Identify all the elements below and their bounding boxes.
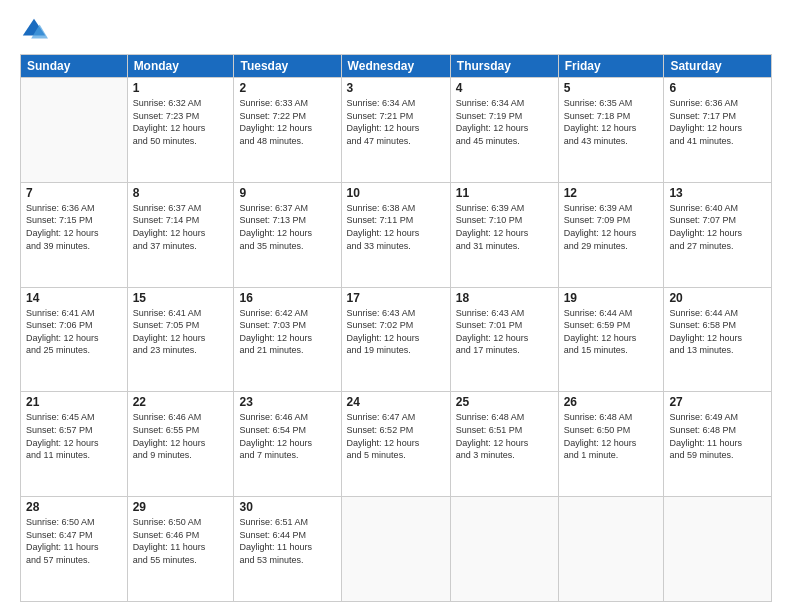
day-number: 17 xyxy=(347,291,445,305)
day-info: Sunrise: 6:49 AM Sunset: 6:48 PM Dayligh… xyxy=(669,411,766,461)
day-cell xyxy=(664,497,772,602)
day-info: Sunrise: 6:34 AM Sunset: 7:19 PM Dayligh… xyxy=(456,97,553,147)
day-info: Sunrise: 6:48 AM Sunset: 6:50 PM Dayligh… xyxy=(564,411,659,461)
day-number: 2 xyxy=(239,81,335,95)
day-cell: 20Sunrise: 6:44 AM Sunset: 6:58 PM Dayli… xyxy=(664,287,772,392)
day-info: Sunrise: 6:41 AM Sunset: 7:05 PM Dayligh… xyxy=(133,307,229,357)
weekday-header-friday: Friday xyxy=(558,55,664,78)
day-number: 26 xyxy=(564,395,659,409)
logo-icon xyxy=(20,16,48,44)
day-info: Sunrise: 6:46 AM Sunset: 6:55 PM Dayligh… xyxy=(133,411,229,461)
day-cell xyxy=(21,78,128,183)
day-info: Sunrise: 6:36 AM Sunset: 7:15 PM Dayligh… xyxy=(26,202,122,252)
day-number: 20 xyxy=(669,291,766,305)
day-number: 18 xyxy=(456,291,553,305)
day-number: 10 xyxy=(347,186,445,200)
day-number: 14 xyxy=(26,291,122,305)
day-cell: 13Sunrise: 6:40 AM Sunset: 7:07 PM Dayli… xyxy=(664,182,772,287)
day-cell: 24Sunrise: 6:47 AM Sunset: 6:52 PM Dayli… xyxy=(341,392,450,497)
day-info: Sunrise: 6:36 AM Sunset: 7:17 PM Dayligh… xyxy=(669,97,766,147)
weekday-header-sunday: Sunday xyxy=(21,55,128,78)
day-cell: 21Sunrise: 6:45 AM Sunset: 6:57 PM Dayli… xyxy=(21,392,128,497)
day-cell xyxy=(341,497,450,602)
day-number: 9 xyxy=(239,186,335,200)
day-number: 13 xyxy=(669,186,766,200)
weekday-header-saturday: Saturday xyxy=(664,55,772,78)
day-number: 1 xyxy=(133,81,229,95)
day-cell: 10Sunrise: 6:38 AM Sunset: 7:11 PM Dayli… xyxy=(341,182,450,287)
weekday-header-row: SundayMondayTuesdayWednesdayThursdayFrid… xyxy=(21,55,772,78)
day-number: 29 xyxy=(133,500,229,514)
day-cell: 28Sunrise: 6:50 AM Sunset: 6:47 PM Dayli… xyxy=(21,497,128,602)
day-info: Sunrise: 6:37 AM Sunset: 7:13 PM Dayligh… xyxy=(239,202,335,252)
day-number: 15 xyxy=(133,291,229,305)
day-info: Sunrise: 6:44 AM Sunset: 6:58 PM Dayligh… xyxy=(669,307,766,357)
day-cell: 6Sunrise: 6:36 AM Sunset: 7:17 PM Daylig… xyxy=(664,78,772,183)
calendar-table: SundayMondayTuesdayWednesdayThursdayFrid… xyxy=(20,54,772,602)
day-cell: 5Sunrise: 6:35 AM Sunset: 7:18 PM Daylig… xyxy=(558,78,664,183)
week-row-3: 14Sunrise: 6:41 AM Sunset: 7:06 PM Dayli… xyxy=(21,287,772,392)
day-cell: 19Sunrise: 6:44 AM Sunset: 6:59 PM Dayli… xyxy=(558,287,664,392)
day-number: 19 xyxy=(564,291,659,305)
day-number: 16 xyxy=(239,291,335,305)
day-info: Sunrise: 6:32 AM Sunset: 7:23 PM Dayligh… xyxy=(133,97,229,147)
day-cell: 8Sunrise: 6:37 AM Sunset: 7:14 PM Daylig… xyxy=(127,182,234,287)
day-cell: 3Sunrise: 6:34 AM Sunset: 7:21 PM Daylig… xyxy=(341,78,450,183)
day-cell: 9Sunrise: 6:37 AM Sunset: 7:13 PM Daylig… xyxy=(234,182,341,287)
day-info: Sunrise: 6:37 AM Sunset: 7:14 PM Dayligh… xyxy=(133,202,229,252)
day-info: Sunrise: 6:47 AM Sunset: 6:52 PM Dayligh… xyxy=(347,411,445,461)
day-info: Sunrise: 6:43 AM Sunset: 7:02 PM Dayligh… xyxy=(347,307,445,357)
week-row-5: 28Sunrise: 6:50 AM Sunset: 6:47 PM Dayli… xyxy=(21,497,772,602)
day-info: Sunrise: 6:38 AM Sunset: 7:11 PM Dayligh… xyxy=(347,202,445,252)
day-info: Sunrise: 6:43 AM Sunset: 7:01 PM Dayligh… xyxy=(456,307,553,357)
day-info: Sunrise: 6:50 AM Sunset: 6:46 PM Dayligh… xyxy=(133,516,229,566)
day-cell: 15Sunrise: 6:41 AM Sunset: 7:05 PM Dayli… xyxy=(127,287,234,392)
day-info: Sunrise: 6:40 AM Sunset: 7:07 PM Dayligh… xyxy=(669,202,766,252)
day-number: 24 xyxy=(347,395,445,409)
day-number: 23 xyxy=(239,395,335,409)
day-cell: 17Sunrise: 6:43 AM Sunset: 7:02 PM Dayli… xyxy=(341,287,450,392)
day-number: 8 xyxy=(133,186,229,200)
day-cell: 14Sunrise: 6:41 AM Sunset: 7:06 PM Dayli… xyxy=(21,287,128,392)
day-cell: 16Sunrise: 6:42 AM Sunset: 7:03 PM Dayli… xyxy=(234,287,341,392)
weekday-header-wednesday: Wednesday xyxy=(341,55,450,78)
weekday-header-monday: Monday xyxy=(127,55,234,78)
day-info: Sunrise: 6:33 AM Sunset: 7:22 PM Dayligh… xyxy=(239,97,335,147)
day-number: 7 xyxy=(26,186,122,200)
day-cell: 30Sunrise: 6:51 AM Sunset: 6:44 PM Dayli… xyxy=(234,497,341,602)
day-number: 6 xyxy=(669,81,766,95)
day-number: 11 xyxy=(456,186,553,200)
header xyxy=(20,16,772,44)
day-cell: 18Sunrise: 6:43 AM Sunset: 7:01 PM Dayli… xyxy=(450,287,558,392)
day-info: Sunrise: 6:48 AM Sunset: 6:51 PM Dayligh… xyxy=(456,411,553,461)
day-number: 21 xyxy=(26,395,122,409)
day-cell xyxy=(558,497,664,602)
day-info: Sunrise: 6:46 AM Sunset: 6:54 PM Dayligh… xyxy=(239,411,335,461)
logo xyxy=(20,16,52,44)
day-number: 3 xyxy=(347,81,445,95)
weekday-header-tuesday: Tuesday xyxy=(234,55,341,78)
week-row-4: 21Sunrise: 6:45 AM Sunset: 6:57 PM Dayli… xyxy=(21,392,772,497)
weekday-header-thursday: Thursday xyxy=(450,55,558,78)
day-number: 28 xyxy=(26,500,122,514)
day-info: Sunrise: 6:39 AM Sunset: 7:10 PM Dayligh… xyxy=(456,202,553,252)
day-info: Sunrise: 6:41 AM Sunset: 7:06 PM Dayligh… xyxy=(26,307,122,357)
day-number: 22 xyxy=(133,395,229,409)
day-info: Sunrise: 6:45 AM Sunset: 6:57 PM Dayligh… xyxy=(26,411,122,461)
day-info: Sunrise: 6:39 AM Sunset: 7:09 PM Dayligh… xyxy=(564,202,659,252)
day-cell: 1Sunrise: 6:32 AM Sunset: 7:23 PM Daylig… xyxy=(127,78,234,183)
day-number: 4 xyxy=(456,81,553,95)
day-number: 27 xyxy=(669,395,766,409)
day-cell: 22Sunrise: 6:46 AM Sunset: 6:55 PM Dayli… xyxy=(127,392,234,497)
day-cell: 11Sunrise: 6:39 AM Sunset: 7:10 PM Dayli… xyxy=(450,182,558,287)
week-row-1: 1Sunrise: 6:32 AM Sunset: 7:23 PM Daylig… xyxy=(21,78,772,183)
day-cell: 29Sunrise: 6:50 AM Sunset: 6:46 PM Dayli… xyxy=(127,497,234,602)
day-cell: 12Sunrise: 6:39 AM Sunset: 7:09 PM Dayli… xyxy=(558,182,664,287)
page: SundayMondayTuesdayWednesdayThursdayFrid… xyxy=(0,0,792,612)
day-cell: 2Sunrise: 6:33 AM Sunset: 7:22 PM Daylig… xyxy=(234,78,341,183)
day-cell: 7Sunrise: 6:36 AM Sunset: 7:15 PM Daylig… xyxy=(21,182,128,287)
day-info: Sunrise: 6:35 AM Sunset: 7:18 PM Dayligh… xyxy=(564,97,659,147)
day-number: 30 xyxy=(239,500,335,514)
day-info: Sunrise: 6:34 AM Sunset: 7:21 PM Dayligh… xyxy=(347,97,445,147)
day-cell: 23Sunrise: 6:46 AM Sunset: 6:54 PM Dayli… xyxy=(234,392,341,497)
